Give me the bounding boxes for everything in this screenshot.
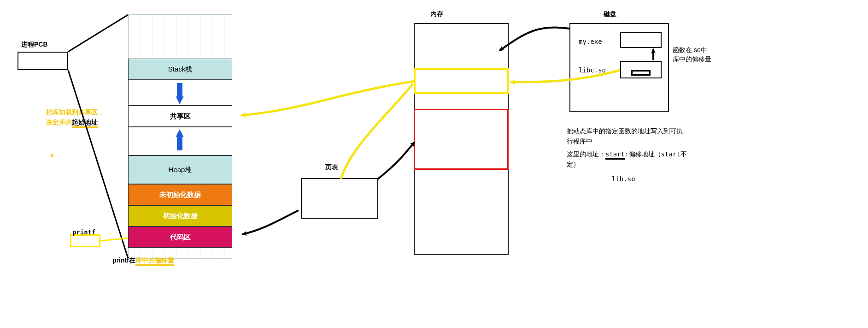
line-pcb-to-mem-top	[68, 15, 128, 52]
load-note-line2: 决定库的起始地址	[46, 119, 98, 127]
segment-shared-label: 共享区	[170, 112, 191, 121]
disk-file-myexe: my.exe	[579, 38, 602, 45]
arrow-pt-to-physmem	[378, 142, 415, 179]
dot-marker	[51, 154, 53, 157]
disk-file2-icon	[620, 61, 662, 78]
segment-stack-label: Stack栈	[168, 65, 193, 74]
segment-gap-top	[128, 80, 232, 106]
segment-data: 初始化数据	[128, 205, 232, 227]
segment-heap-label: Heap堆	[169, 166, 192, 174]
printf-caption-yellow: 库中的偏移量	[135, 256, 174, 264]
disk-desc-l3b: start	[605, 150, 625, 158]
pcb-label: 进程PCB	[21, 41, 48, 49]
printf-caption: printf在库中的偏移量	[112, 256, 174, 265]
arrow-yellow-mem-to-shared	[241, 81, 415, 115]
curve-yellow-pt-to-mem	[341, 84, 413, 179]
disk-desc-l3: 这里的地址：start:偏移地址（start不	[567, 150, 687, 159]
segment-stack: Stack栈	[128, 59, 232, 80]
disk-right-l2: 库中的偏移量	[673, 55, 711, 64]
disk-right-l1: 函数在.so中	[673, 46, 707, 54]
load-note-line2-b: 起始地址	[72, 119, 98, 126]
disk-desc-l1: 把动态库中的指定函数的地址写入到可执	[567, 127, 683, 136]
segment-data-label: 初始化数据	[163, 212, 198, 221]
disk-desc-l5: lib.so	[612, 175, 635, 183]
disk-file2-inner	[631, 70, 651, 76]
disk-desc-l3a: 这里的地址：	[567, 150, 605, 158]
mem-red-region	[414, 109, 509, 170]
segment-code-label: 代码区	[170, 233, 191, 242]
disk-desc-l4: 定）	[567, 161, 580, 169]
pcb-box	[18, 52, 68, 70]
disk-file1-icon	[620, 32, 662, 48]
segment-bss-label: 未初始化数据	[159, 191, 201, 199]
segment-gap-bottom	[128, 127, 232, 155]
memory-title: 内存	[430, 10, 443, 18]
disk-title: 磁盘	[604, 10, 616, 18]
disk-file-libcso: libc.so	[579, 66, 606, 74]
disk-desc-l3c: :偏移地址（start不	[625, 150, 687, 158]
printf-tag: printf	[72, 228, 96, 236]
printf-caption-black: printf在	[112, 256, 135, 264]
arrow-pt-to-code	[242, 210, 299, 234]
load-note-line1: 把库加载到共享区，	[46, 108, 104, 117]
printf-box	[70, 234, 100, 247]
line-printf-to-code	[100, 238, 128, 241]
segment-shared: 共享区	[128, 106, 232, 127]
segment-code: 代码区	[128, 227, 232, 248]
load-note-line2-a: 决定库的	[46, 119, 72, 126]
mem-yellow-region	[414, 68, 509, 94]
disk-desc-l2: 行程序中	[567, 137, 592, 146]
diagram-canvas: 进程PCB Stack栈 共享区 Heap堆 未初始化数据 初始化数据 代码区 …	[0, 0, 868, 328]
segment-heap: Heap堆	[128, 155, 232, 184]
page-table-label: 页表	[325, 163, 338, 172]
arrow-disk-to-mem	[499, 27, 569, 51]
page-table-box	[301, 178, 378, 219]
segment-bss: 未初始化数据	[128, 184, 232, 205]
